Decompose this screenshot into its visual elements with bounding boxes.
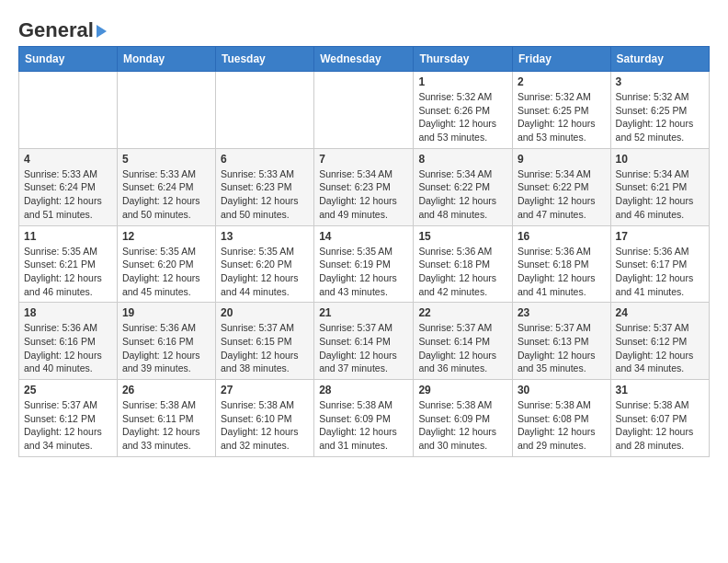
calendar-cell: 6Sunrise: 5:33 AM Sunset: 6:23 PM Daylig…: [215, 148, 313, 225]
calendar-cell: 23Sunrise: 5:37 AM Sunset: 6:13 PM Dayli…: [512, 303, 610, 380]
day-info: Sunrise: 5:35 AM Sunset: 6:19 PM Dayligh…: [319, 245, 408, 299]
day-info: Sunrise: 5:33 AM Sunset: 6:24 PM Dayligh…: [24, 167, 112, 222]
day-info: Sunrise: 5:38 AM Sunset: 6:09 PM Dayligh…: [319, 398, 408, 453]
day-info: Sunrise: 5:38 AM Sunset: 6:09 PM Dayligh…: [418, 398, 507, 453]
day-number: 15: [418, 230, 507, 243]
calendar-cell: 11Sunrise: 5:35 AM Sunset: 6:21 PM Dayli…: [19, 225, 118, 303]
day-info: Sunrise: 5:35 AM Sunset: 6:20 PM Dayligh…: [122, 245, 210, 299]
calendar-cell: 27Sunrise: 5:38 AM Sunset: 6:10 PM Dayli…: [215, 380, 313, 457]
calendar-header-thursday: Thursday: [414, 47, 513, 72]
logo-arrow-icon: [97, 25, 107, 38]
day-info: Sunrise: 5:36 AM Sunset: 6:18 PM Dayligh…: [418, 245, 507, 299]
calendar-cell: 5Sunrise: 5:33 AM Sunset: 6:24 PM Daylig…: [117, 148, 215, 225]
calendar-cell: 28Sunrise: 5:38 AM Sunset: 6:09 PM Dayli…: [314, 380, 414, 457]
day-info: Sunrise: 5:36 AM Sunset: 6:17 PM Dayligh…: [616, 245, 704, 299]
day-number: 19: [122, 306, 210, 319]
calendar-cell: 13Sunrise: 5:35 AM Sunset: 6:20 PM Dayli…: [215, 225, 313, 303]
calendar-cell: [19, 72, 118, 149]
day-number: 21: [319, 306, 408, 319]
day-number: 7: [319, 153, 408, 166]
day-number: 30: [518, 384, 606, 396]
calendar-header-friday: Friday: [512, 47, 610, 72]
day-number: 28: [319, 384, 408, 396]
day-number: 9: [518, 153, 606, 166]
day-info: Sunrise: 5:35 AM Sunset: 6:20 PM Dayligh…: [221, 245, 309, 299]
calendar-cell: 21Sunrise: 5:37 AM Sunset: 6:14 PM Dayli…: [314, 303, 414, 380]
day-number: 5: [122, 153, 210, 166]
calendar-week-5: 25Sunrise: 5:37 AM Sunset: 6:12 PM Dayli…: [19, 380, 710, 457]
day-info: Sunrise: 5:37 AM Sunset: 6:12 PM Dayligh…: [24, 398, 112, 453]
header: General: [18, 15, 710, 39]
calendar-header-row: SundayMondayTuesdayWednesdayThursdayFrid…: [19, 47, 710, 72]
calendar-cell: 26Sunrise: 5:38 AM Sunset: 6:11 PM Dayli…: [117, 380, 215, 457]
day-info: Sunrise: 5:34 AM Sunset: 6:21 PM Dayligh…: [616, 167, 704, 222]
calendar-cell: 15Sunrise: 5:36 AM Sunset: 6:18 PM Dayli…: [414, 225, 513, 303]
calendar-week-1: 1Sunrise: 5:32 AM Sunset: 6:26 PM Daylig…: [19, 72, 710, 149]
day-info: Sunrise: 5:33 AM Sunset: 6:24 PM Dayligh…: [122, 167, 210, 222]
calendar-cell: [314, 72, 414, 149]
day-info: Sunrise: 5:34 AM Sunset: 6:23 PM Dayligh…: [319, 167, 408, 222]
day-info: Sunrise: 5:38 AM Sunset: 6:08 PM Dayligh…: [518, 398, 606, 453]
calendar-cell: 8Sunrise: 5:34 AM Sunset: 6:22 PM Daylig…: [414, 148, 513, 225]
calendar-cell: 14Sunrise: 5:35 AM Sunset: 6:19 PM Dayli…: [314, 225, 414, 303]
calendar-week-3: 11Sunrise: 5:35 AM Sunset: 6:21 PM Dayli…: [19, 225, 710, 303]
day-number: 8: [418, 153, 507, 166]
calendar-cell: 1Sunrise: 5:32 AM Sunset: 6:26 PM Daylig…: [414, 72, 513, 149]
calendar-cell: 19Sunrise: 5:36 AM Sunset: 6:16 PM Dayli…: [117, 303, 215, 380]
day-info: Sunrise: 5:35 AM Sunset: 6:21 PM Dayligh…: [24, 245, 112, 299]
day-info: Sunrise: 5:38 AM Sunset: 6:11 PM Dayligh…: [122, 398, 210, 453]
calendar-cell: 7Sunrise: 5:34 AM Sunset: 6:23 PM Daylig…: [314, 148, 414, 225]
calendar-cell: 12Sunrise: 5:35 AM Sunset: 6:20 PM Dayli…: [117, 225, 215, 303]
day-number: 13: [221, 230, 309, 243]
calendar-cell: 4Sunrise: 5:33 AM Sunset: 6:24 PM Daylig…: [19, 148, 118, 225]
day-info: Sunrise: 5:36 AM Sunset: 6:18 PM Dayligh…: [518, 245, 606, 299]
day-number: 11: [24, 230, 112, 243]
day-number: 4: [24, 153, 112, 166]
calendar-table: SundayMondayTuesdayWednesdayThursdayFrid…: [18, 46, 710, 457]
calendar-header-saturday: Saturday: [610, 47, 709, 72]
day-number: 17: [616, 230, 704, 243]
day-number: 26: [122, 384, 210, 396]
day-info: Sunrise: 5:37 AM Sunset: 6:14 PM Dayligh…: [319, 321, 408, 375]
day-info: Sunrise: 5:33 AM Sunset: 6:23 PM Dayligh…: [221, 167, 309, 222]
day-number: 18: [24, 306, 112, 319]
calendar-header-wednesday: Wednesday: [314, 47, 414, 72]
calendar-cell: 2Sunrise: 5:32 AM Sunset: 6:25 PM Daylig…: [512, 72, 610, 149]
day-info: Sunrise: 5:36 AM Sunset: 6:16 PM Dayligh…: [122, 321, 210, 375]
calendar-week-4: 18Sunrise: 5:36 AM Sunset: 6:16 PM Dayli…: [19, 303, 710, 380]
day-number: 23: [518, 306, 606, 319]
calendar-cell: [215, 72, 313, 149]
calendar-cell: 17Sunrise: 5:36 AM Sunset: 6:17 PM Dayli…: [610, 225, 709, 303]
day-number: 10: [616, 153, 704, 166]
day-number: 20: [221, 306, 309, 319]
day-number: 14: [319, 230, 408, 243]
logo: General: [18, 18, 107, 39]
calendar-header-tuesday: Tuesday: [215, 47, 313, 72]
day-number: 29: [418, 384, 507, 396]
day-info: Sunrise: 5:37 AM Sunset: 6:14 PM Dayligh…: [418, 321, 507, 375]
calendar-cell: 25Sunrise: 5:37 AM Sunset: 6:12 PM Dayli…: [19, 380, 118, 457]
calendar-cell: 24Sunrise: 5:37 AM Sunset: 6:12 PM Dayli…: [610, 303, 709, 380]
day-info: Sunrise: 5:38 AM Sunset: 6:07 PM Dayligh…: [616, 398, 704, 453]
calendar-cell: 18Sunrise: 5:36 AM Sunset: 6:16 PM Dayli…: [19, 303, 118, 380]
day-number: 25: [24, 384, 112, 396]
day-info: Sunrise: 5:37 AM Sunset: 6:13 PM Dayligh…: [518, 321, 606, 375]
day-info: Sunrise: 5:34 AM Sunset: 6:22 PM Dayligh…: [418, 167, 507, 222]
day-number: 31: [616, 384, 704, 396]
calendar-cell: 20Sunrise: 5:37 AM Sunset: 6:15 PM Dayli…: [215, 303, 313, 380]
calendar-cell: 9Sunrise: 5:34 AM Sunset: 6:22 PM Daylig…: [512, 148, 610, 225]
calendar-cell: 3Sunrise: 5:32 AM Sunset: 6:25 PM Daylig…: [610, 72, 709, 149]
calendar-header-monday: Monday: [117, 47, 215, 72]
calendar-cell: 22Sunrise: 5:37 AM Sunset: 6:14 PM Dayli…: [414, 303, 513, 380]
day-info: Sunrise: 5:32 AM Sunset: 6:25 PM Dayligh…: [616, 90, 704, 144]
calendar-week-2: 4Sunrise: 5:33 AM Sunset: 6:24 PM Daylig…: [19, 148, 710, 225]
day-number: 24: [616, 306, 704, 319]
day-number: 16: [518, 230, 606, 243]
logo-general: General: [18, 18, 94, 42]
day-info: Sunrise: 5:32 AM Sunset: 6:26 PM Dayligh…: [418, 90, 507, 144]
calendar-cell: 16Sunrise: 5:36 AM Sunset: 6:18 PM Dayli…: [512, 225, 610, 303]
day-info: Sunrise: 5:37 AM Sunset: 6:15 PM Dayligh…: [221, 321, 309, 375]
day-number: 12: [122, 230, 210, 243]
calendar-cell: [117, 72, 215, 149]
calendar-header-sunday: Sunday: [19, 47, 118, 72]
